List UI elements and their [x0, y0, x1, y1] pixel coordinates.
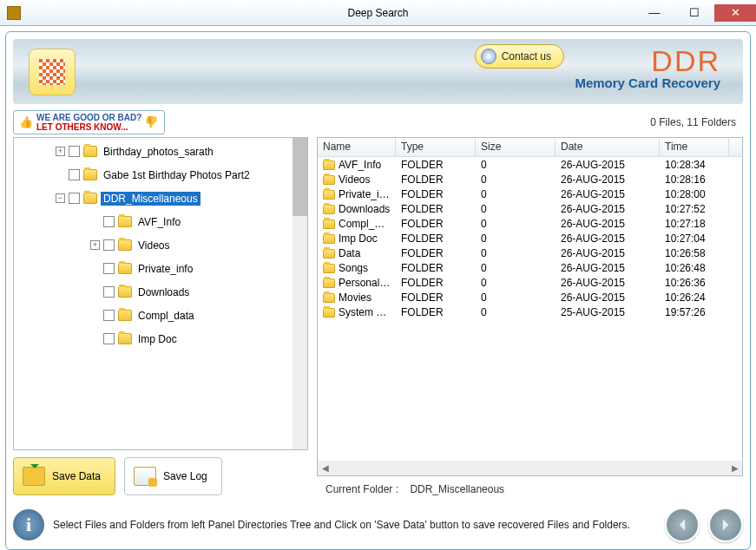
save-log-icon — [134, 467, 156, 486]
window-title: Deep Search — [347, 7, 408, 19]
table-row[interactable]: System Volu...FOLDER025-AUG-201519:57:26 — [318, 304, 742, 319]
tree-checkbox[interactable] — [103, 310, 115, 321]
tree-node[interactable]: Private_info — [14, 257, 293, 280]
table-row[interactable]: DataFOLDER026-AUG-201510:26:58 — [318, 246, 742, 260]
tree-checkbox[interactable] — [103, 216, 115, 227]
column-header[interactable]: Size — [476, 138, 555, 156]
prev-button[interactable] — [665, 507, 700, 542]
file-list-body[interactable]: AVF_InfoFOLDER026-AUG-201510:28:34Videos… — [318, 157, 742, 461]
tree-expander[interactable] — [90, 311, 100, 320]
scroll-right-icon[interactable]: ▶ — [727, 461, 742, 475]
tree-node[interactable]: −DDR_Miscellaneous — [14, 187, 293, 210]
table-row[interactable]: Private_infoFOLDER026-AUG-201510:28:00 — [318, 187, 742, 201]
table-row[interactable]: Personal Pho...FOLDER026-AUG-201510:26:3… — [318, 275, 742, 290]
tree-label: Gabe 1st Birthday Photos Part2 — [101, 168, 253, 182]
folder-icon — [323, 234, 335, 244]
tree-expander[interactable]: + — [90, 240, 100, 250]
tree-checkbox[interactable] — [103, 263, 115, 274]
table-row[interactable]: AVF_InfoFOLDER026-AUG-201510:28:34 — [318, 157, 742, 172]
tree-expander[interactable] — [90, 287, 100, 297]
tree-scrollbar[interactable] — [293, 138, 307, 449]
tree-node[interactable]: Imp Doc — [14, 327, 293, 350]
app-panel: Contact us DDR Memory Card Recovery 👍 WE… — [5, 31, 751, 550]
folder-icon — [83, 193, 97, 204]
folder-icon — [323, 175, 335, 185]
brand-title: DDR — [575, 46, 720, 75]
tree-node[interactable]: AVF_Info — [14, 210, 293, 233]
table-row[interactable]: VideosFOLDER026-AUG-201510:28:16 — [318, 172, 742, 187]
tree-checkbox[interactable] — [69, 169, 80, 180]
column-header[interactable]: Date — [555, 138, 660, 156]
header-banner: Contact us DDR Memory Card Recovery — [13, 39, 743, 104]
tree-expander[interactable]: − — [56, 193, 65, 203]
tree-checkbox[interactable] — [69, 193, 80, 204]
tree-label: AVF_Info — [135, 215, 183, 229]
folder-icon — [118, 286, 132, 298]
folder-icon — [323, 278, 335, 288]
folder-icon — [118, 239, 132, 251]
app-icon — [7, 6, 21, 20]
column-header[interactable]: Type — [396, 138, 476, 156]
brand-text: DDR Memory Card Recovery — [575, 46, 720, 90]
table-row[interactable]: Compl_dataFOLDER026-AUG-201510:27:18 — [318, 216, 742, 231]
tree-expander[interactable] — [90, 334, 100, 344]
table-row[interactable]: MoviesFOLDER026-AUG-201510:26:24 — [318, 290, 742, 304]
table-row[interactable]: DownloadsFOLDER026-AUG-201510:27:52 — [318, 201, 742, 216]
tree-label: Compl_data — [135, 309, 197, 323]
tree-checkbox[interactable] — [103, 333, 115, 344]
folder-icon — [83, 146, 97, 157]
main-area: +Birthday_photos_sarathGabe 1st Birthday… — [13, 137, 743, 495]
save-log-label: Save Log — [163, 470, 207, 482]
minimize-button[interactable]: — — [634, 4, 674, 22]
tree-node[interactable]: Gabe 1st Birthday Photos Part2 — [14, 163, 293, 187]
table-row[interactable]: Imp DocFOLDER026-AUG-201510:27:04 — [318, 231, 742, 246]
folder-tree[interactable]: +Birthday_photos_sarathGabe 1st Birthday… — [14, 138, 293, 449]
tree-node[interactable]: +Videos — [14, 233, 293, 257]
tree-expander[interactable] — [90, 217, 100, 226]
save-data-label: Save Data — [52, 470, 101, 482]
close-button[interactable]: ✕ — [714, 4, 756, 22]
tree-node[interactable]: +Birthday_photos_sarath — [14, 140, 293, 163]
column-header[interactable]: Time — [660, 138, 729, 156]
save-data-button[interactable]: Save Data — [13, 457, 115, 495]
maximize-button[interactable]: ☐ — [674, 4, 714, 22]
tree-checkbox[interactable] — [69, 146, 80, 157]
thumbs-up-icon: 👍 — [19, 116, 33, 128]
tree-node[interactable]: Downloads — [14, 280, 293, 304]
tree-checkbox[interactable] — [103, 239, 115, 251]
tree-label: Birthday_photos_sarath — [101, 145, 216, 159]
table-row[interactable]: SongsFOLDER026-AUG-201510:26:48 — [318, 260, 742, 275]
tree-label: Private_info — [135, 262, 195, 276]
save-data-icon — [23, 467, 45, 486]
brand-subtitle: Memory Card Recovery — [575, 75, 720, 90]
tree-checkbox[interactable] — [103, 286, 115, 298]
column-header[interactable]: Name — [318, 138, 396, 156]
save-log-button[interactable]: Save Log — [124, 457, 222, 495]
folder-icon — [323, 293, 335, 303]
tree-node[interactable]: Compl_data — [14, 304, 293, 327]
folder-icon — [323, 219, 335, 229]
tree-label: Imp Doc — [135, 332, 180, 346]
stats-label: 0 Files, 11 Folders — [650, 116, 743, 128]
tree-expander[interactable] — [56, 170, 65, 180]
file-list-panel: NameTypeSizeDateTime AVF_InfoFOLDER026-A… — [317, 137, 743, 476]
scroll-left-icon[interactable]: ◀ — [318, 461, 332, 475]
tip-text: Select Files and Folders from left Panel… — [53, 519, 656, 531]
info-row: 👍 WE ARE GOOD OR BAD? LET OTHERS KNOW...… — [13, 111, 743, 134]
review-line1: WE ARE GOOD OR BAD? — [36, 113, 141, 122]
folder-icon — [83, 169, 97, 180]
review-button[interactable]: 👍 WE ARE GOOD OR BAD? LET OTHERS KNOW...… — [13, 110, 165, 134]
info-icon: i — [13, 509, 44, 540]
folder-icon — [323, 190, 335, 200]
folder-icon — [323, 308, 335, 318]
tree-expander[interactable]: + — [56, 147, 65, 156]
review-line2: LET OTHERS KNOW... — [36, 122, 128, 132]
tree-expander[interactable] — [90, 264, 100, 273]
tip-bar: i Select Files and Folders from left Pan… — [13, 495, 743, 542]
next-button[interactable] — [708, 507, 743, 542]
file-list-header[interactable]: NameTypeSizeDateTime — [318, 138, 742, 157]
contact-us-button[interactable]: Contact us — [475, 44, 564, 69]
brand-logo — [29, 49, 76, 95]
folder-icon — [118, 216, 132, 227]
file-list-hscrollbar[interactable]: ◀ ▶ — [318, 461, 742, 475]
